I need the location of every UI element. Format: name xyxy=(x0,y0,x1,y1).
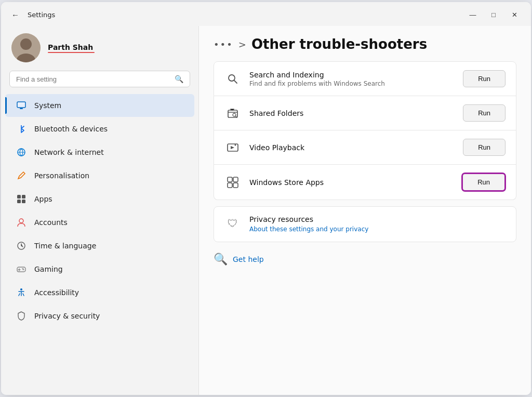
windows-store-apps-run-button[interactable]: Run xyxy=(462,173,506,191)
sidebar-item-bluetooth[interactable]: Bluetooth & devices xyxy=(5,117,194,140)
titlebar-left: ← Settings xyxy=(8,9,55,20)
close-button[interactable]: ✕ xyxy=(505,7,524,22)
privacy-link[interactable]: About these settings and your privacy xyxy=(249,226,368,233)
svg-rect-22 xyxy=(228,183,232,188)
accessibility-icon xyxy=(16,287,27,298)
titlebar: ← Settings — □ ✕ xyxy=(1,2,531,26)
get-help-row: 🔍 Get help xyxy=(214,242,516,266)
svg-rect-20 xyxy=(228,177,232,182)
search-indexing-info: Search and Indexing Find and fix problem… xyxy=(249,71,455,87)
apps-icon xyxy=(16,193,27,205)
get-help-icon: 🔍 xyxy=(214,253,228,266)
settings-window: ← Settings — □ ✕ Parth Shah xyxy=(1,2,531,395)
network-icon xyxy=(16,147,27,158)
video-playback-info: Video Playback xyxy=(249,143,455,152)
shared-folders-name: Shared Folders xyxy=(249,109,455,117)
system-icon xyxy=(16,100,27,111)
content-scroll: Search and Indexing Find and fix problem… xyxy=(199,57,531,395)
sidebar-item-label: Bluetooth & devices xyxy=(34,125,108,133)
bluetooth-icon xyxy=(16,123,27,135)
main-body: Parth Shah 🔍 System Bluetooth & devices xyxy=(1,26,531,395)
troubleshooter-item-video-playback: Video Playback Run xyxy=(214,130,516,165)
accounts-icon xyxy=(16,217,27,228)
windows-store-apps-icon xyxy=(224,174,241,191)
svg-marker-19 xyxy=(231,146,234,149)
sidebar-item-label: Privacy & security xyxy=(34,312,100,320)
personalisation-icon xyxy=(16,170,27,181)
user-name: Parth Shah xyxy=(48,43,95,51)
shared-folders-run-button[interactable]: Run xyxy=(463,104,506,122)
windows-store-apps-info: Windows Store Apps xyxy=(249,178,454,187)
sidebar-item-accessibility[interactable]: Accessibility xyxy=(5,281,194,304)
troubleshooter-item-search-indexing: Search and Indexing Find and fix problem… xyxy=(214,61,516,96)
time-icon xyxy=(16,240,27,252)
svg-point-14 xyxy=(229,75,235,81)
back-button[interactable]: ← xyxy=(8,9,22,20)
minimize-button[interactable]: — xyxy=(463,7,482,22)
windows-store-apps-name: Windows Store Apps xyxy=(249,178,454,187)
window-title: Settings xyxy=(28,11,55,19)
privacy-icon xyxy=(16,310,27,322)
content-panel: ••• > Other trouble-shooters Search and … xyxy=(198,26,531,395)
sidebar-item-label: Gaming xyxy=(34,265,63,273)
titlebar-controls: — □ ✕ xyxy=(463,7,524,22)
sidebar-item-label: Apps xyxy=(34,195,52,203)
sidebar-item-personalisation[interactable]: Personalisation xyxy=(5,164,194,187)
privacy-title: Privacy resources xyxy=(249,215,506,223)
gaming-icon xyxy=(16,263,27,275)
troubleshooter-item-shared-folders: Shared Folders Run xyxy=(214,96,516,130)
search-indexing-icon xyxy=(224,71,241,87)
svg-rect-3 xyxy=(17,102,25,108)
avatar xyxy=(11,33,41,62)
email-underline xyxy=(48,52,95,53)
search-icon: 🔍 xyxy=(175,75,183,83)
get-help-link[interactable]: Get help xyxy=(233,255,264,263)
sidebar-item-label: System xyxy=(34,101,61,110)
search-indexing-desc: Find and fix problems with Windows Searc… xyxy=(249,80,455,87)
sidebar-item-privacy[interactable]: Privacy & security xyxy=(5,305,194,327)
sidebar-item-system[interactable]: System xyxy=(5,94,194,117)
svg-rect-9 xyxy=(22,200,25,203)
svg-rect-21 xyxy=(233,177,238,182)
privacy-info: Privacy resources About these settings a… xyxy=(249,215,506,233)
troubleshooter-item-windows-store-apps: Windows Store Apps Run xyxy=(214,165,516,200)
sidebar-item-accounts[interactable]: Accounts xyxy=(5,211,194,234)
sidebar-item-label: Time & language xyxy=(34,242,96,250)
user-email xyxy=(48,51,95,53)
sidebar-item-label: Personalisation xyxy=(34,171,89,180)
svg-point-18 xyxy=(235,144,236,145)
search-input[interactable] xyxy=(16,75,170,83)
video-playback-run-button[interactable]: Run xyxy=(463,139,506,156)
shared-folders-info: Shared Folders xyxy=(249,109,455,117)
svg-point-1 xyxy=(20,38,32,50)
user-profile: Parth Shah xyxy=(1,26,198,71)
svg-rect-8 xyxy=(17,200,21,203)
video-playback-icon xyxy=(224,139,241,156)
search-indexing-run-button[interactable]: Run xyxy=(463,70,506,87)
privacy-row: 🛡 Privacy resources About these settings… xyxy=(214,206,516,242)
sidebar-item-label: Network & internet xyxy=(34,148,104,156)
svg-rect-23 xyxy=(233,183,238,188)
nav-list: System Bluetooth & devices Network & int… xyxy=(1,94,198,395)
maximize-button[interactable]: □ xyxy=(484,7,503,22)
svg-rect-7 xyxy=(22,195,25,198)
svg-rect-4 xyxy=(20,108,23,109)
shared-folders-icon xyxy=(224,105,241,122)
privacy-icon: 🛡 xyxy=(224,215,241,232)
sidebar: Parth Shah 🔍 System Bluetooth & devices xyxy=(1,26,198,395)
user-info: Parth Shah xyxy=(48,43,95,53)
breadcrumb-dots: ••• xyxy=(214,39,233,50)
svg-point-10 xyxy=(19,219,23,223)
search-box[interactable]: 🔍 xyxy=(9,71,190,87)
sidebar-item-label: Accounts xyxy=(34,218,68,227)
svg-point-13 xyxy=(20,288,22,290)
svg-rect-6 xyxy=(17,195,21,198)
sidebar-item-apps[interactable]: Apps xyxy=(5,188,194,210)
sidebar-item-network[interactable]: Network & internet xyxy=(5,141,194,164)
troubleshooter-list: Search and Indexing Find and fix problem… xyxy=(214,61,516,200)
sidebar-item-label: Accessibility xyxy=(34,288,79,297)
sidebar-item-gaming[interactable]: Gaming xyxy=(5,258,194,281)
page-title: Other trouble-shooters xyxy=(251,36,427,52)
content-header: ••• > Other trouble-shooters xyxy=(199,26,531,57)
sidebar-item-time[interactable]: Time & language xyxy=(5,234,194,257)
